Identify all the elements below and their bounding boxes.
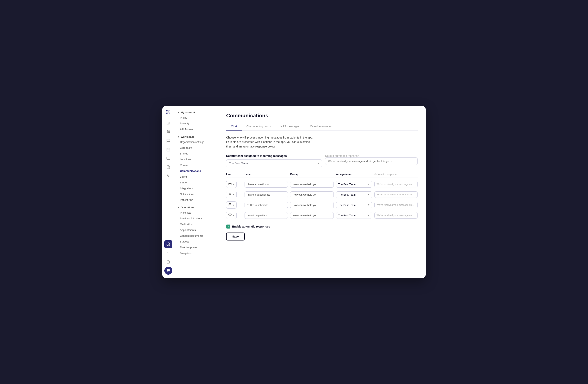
icon-sidebar: WAWA ⊞ ?: [162, 106, 174, 278]
nav-surveys[interactable]: Surveys: [174, 239, 218, 245]
nav-api-tokens[interactable]: API Tokens: [174, 126, 218, 132]
row4-team-select[interactable]: The Best Team: [336, 212, 372, 219]
row1-icon-select[interactable]: ▼: [226, 181, 236, 188]
nav-billing[interactable]: Billing: [174, 174, 218, 180]
table-row: ▼ The Best Team ▼: [226, 179, 418, 189]
default-team-select[interactable]: The Best Team: [226, 159, 322, 167]
nav-task-templates[interactable]: Task templates: [174, 245, 218, 250]
tab-overdue[interactable]: Overdue invoices: [305, 123, 336, 131]
row3-team-wrapper: The Best Team ▼: [336, 202, 372, 208]
svg-point-9: [168, 244, 169, 245]
auto-responses-checkbox[interactable]: ✓: [226, 225, 230, 228]
row1-icon-dropdown: ▼: [232, 183, 234, 185]
operations-chevron: ▼: [178, 206, 180, 208]
row2-team-wrapper: The Best Team ▼: [336, 191, 372, 198]
logo: WAWA: [166, 109, 170, 115]
row3-icon-select[interactable]: ▼: [226, 201, 236, 208]
bottom-icons: ?: [164, 240, 172, 275]
row3-team-select[interactable]: The Best Team: [336, 202, 372, 208]
document-icon[interactable]: [164, 258, 172, 266]
calendar-icon[interactable]: [164, 145, 172, 154]
table-row: ▼ The Best Team ▼: [226, 200, 418, 210]
analytics-icon[interactable]: [164, 172, 172, 180]
default-response-col: Default automatic repsonse: [325, 154, 418, 165]
row2-team-select[interactable]: The Best Team: [336, 191, 372, 198]
row4-team-wrapper: The Best Team ▼: [336, 212, 372, 219]
save-button[interactable]: Save: [226, 232, 245, 241]
col-prompt: Prompt: [290, 173, 334, 176]
nav-rooms[interactable]: Rooms: [174, 162, 218, 168]
settings-icon[interactable]: [164, 240, 172, 248]
workspace-section[interactable]: ▼ Workspace: [174, 134, 218, 139]
my-account-section[interactable]: ▼ My account: [174, 109, 218, 115]
row3-response-input[interactable]: [374, 202, 418, 208]
row1-response-input[interactable]: [374, 181, 418, 187]
row4-prompt-input[interactable]: [290, 212, 334, 219]
description: Choose who will process incoming message…: [226, 135, 330, 149]
row3-icon: [228, 203, 231, 207]
nav-medication[interactable]: Medication: [174, 221, 218, 227]
row4-icon-dropdown: ▼: [232, 214, 234, 217]
nav-profile[interactable]: Profile: [174, 115, 218, 121]
row2-label-input[interactable]: [245, 191, 288, 198]
nav-consent[interactable]: Consent documents: [174, 233, 218, 239]
card-icon[interactable]: [164, 154, 172, 162]
nav-security[interactable]: Security: [174, 121, 218, 126]
row1-label-input[interactable]: [245, 181, 288, 188]
row4-icon-select[interactable]: ▼: [226, 212, 236, 219]
nav-org-settings[interactable]: Organisation settings: [174, 139, 218, 145]
nav-brands[interactable]: Brands: [174, 151, 218, 157]
dashboard-icon[interactable]: ⊞: [164, 119, 172, 127]
auto-responses-row: ✓ Enable automatic responses: [226, 225, 418, 228]
row2-icon-select[interactable]: ▼: [226, 191, 236, 198]
nav-integrations[interactable]: Integrations: [174, 185, 218, 191]
row1-prompt-input[interactable]: [290, 181, 334, 188]
default-response-input[interactable]: [325, 158, 418, 165]
chat-bubble-icon[interactable]: [164, 267, 172, 275]
svg-rect-21: [229, 203, 231, 206]
row4-label-input[interactable]: [245, 212, 288, 219]
row2-response-input[interactable]: [374, 191, 418, 198]
row1-team-select[interactable]: The Best Team: [336, 181, 372, 188]
svg-rect-1: [167, 148, 170, 151]
tab-chat[interactable]: Chat: [226, 123, 242, 131]
default-response-label: Default automatic repsonse: [325, 154, 418, 158]
row1-team-wrapper: The Best Team ▼: [336, 181, 372, 188]
nav-communications[interactable]: Communications: [174, 168, 218, 174]
default-team-select-wrapper: The Best Team ▼: [226, 159, 322, 167]
col-icon: Icon: [226, 173, 242, 176]
row2-icon-dropdown: ▼: [232, 194, 234, 196]
nav-appointments[interactable]: Appointments: [174, 227, 218, 233]
users-icon[interactable]: [164, 128, 172, 136]
row3-label-input[interactable]: [245, 202, 288, 208]
nav-services[interactable]: Services & Add-ons: [174, 216, 218, 221]
reports-icon[interactable]: [164, 163, 172, 171]
row3-icon-cell: ▼: [226, 201, 242, 208]
tabs: Chat Chat opening hours NPS messaging Ov…: [226, 123, 418, 131]
nav-care-team[interactable]: Care team: [174, 145, 218, 151]
default-team-row: Default team assigned to incoming messag…: [226, 154, 418, 167]
tab-nps[interactable]: NPS messaging: [276, 123, 305, 131]
col-team: Assign team: [336, 173, 372, 176]
row3-prompt-input[interactable]: [290, 202, 334, 208]
nav-locations[interactable]: Locations: [174, 157, 218, 162]
app-window: WAWA ⊞ ?: [162, 106, 426, 278]
help-icon[interactable]: ?: [164, 249, 172, 257]
row4-response-input[interactable]: [374, 212, 418, 219]
operations-section[interactable]: ▼ Operations: [174, 204, 218, 210]
table-row: ▼ The Best Team ▼: [226, 189, 418, 200]
svg-point-12: [229, 194, 231, 195]
tab-chat-hours[interactable]: Chat opening hours: [242, 123, 276, 131]
nav-notifications[interactable]: Notifications: [174, 191, 218, 197]
nav-price-lists[interactable]: Price lists: [174, 210, 218, 216]
nav-blueprints[interactable]: Blueprints: [174, 250, 218, 256]
row2-icon: [228, 193, 231, 197]
row1-icon: [228, 182, 231, 186]
default-team-col: Default team assigned to incoming messag…: [226, 154, 322, 167]
nav-patient-app[interactable]: Patient App: [174, 197, 218, 203]
workspace-chevron: ▼: [178, 136, 180, 138]
row2-prompt-input[interactable]: [290, 191, 334, 198]
chat-icon[interactable]: [164, 137, 172, 145]
row3-icon-dropdown: ▼: [232, 204, 234, 206]
nav-stripe[interactable]: Stripe: [174, 180, 218, 185]
